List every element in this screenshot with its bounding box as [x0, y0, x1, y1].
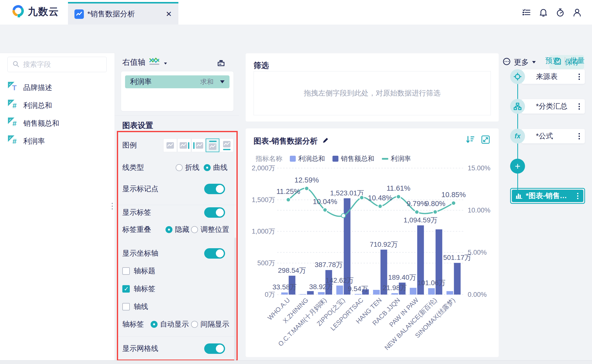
kebab-menu-icon[interactable]	[579, 133, 580, 139]
chart-card: 图表-销售数据分析 指标名称 利润总和	[246, 128, 499, 357]
checkbox-checked-icon[interactable]	[122, 285, 130, 293]
line-point[interactable]	[415, 210, 419, 214]
expand-icon[interactable]	[481, 135, 490, 145]
batch-link[interactable]: 批量	[570, 56, 585, 66]
line-point[interactable]	[452, 201, 456, 205]
target-icon[interactable]	[510, 69, 525, 84]
search-icon	[12, 60, 20, 69]
line-point[interactable]	[378, 204, 382, 208]
checkbox-unchecked-icon[interactable]	[122, 267, 130, 275]
bar-sales[interactable]	[307, 291, 314, 295]
show-marker-toggle-on[interactable]	[204, 184, 225, 194]
legend-bottom-button[interactable]	[220, 139, 233, 152]
node-chart-selected[interactable]: *图表-销售…	[510, 188, 585, 204]
tab-sales-analysis[interactable]: *销售数据分析 ✕	[68, 2, 178, 25]
bar-profit[interactable]	[336, 286, 343, 295]
line-point[interactable]	[360, 196, 364, 200]
brand[interactable]: 九数云	[11, 4, 59, 18]
bar-sales[interactable]	[454, 263, 461, 295]
right-axis-header[interactable]: 右值轴	[122, 57, 168, 68]
radio-icon[interactable]	[191, 226, 198, 233]
line-point[interactable]	[305, 186, 309, 190]
axis-title-option[interactable]: 轴标题	[122, 266, 155, 276]
preview-link[interactable]: 预览	[545, 56, 560, 66]
node-source-table[interactable]: 来源表	[522, 69, 585, 84]
node-group-summary[interactable]: *分类汇总	[522, 99, 585, 114]
right-axis-tick: 15.00%	[468, 164, 491, 172]
rate-label: 10.04%	[313, 198, 337, 206]
field-item-profit-sum[interactable]: # ✓ 利润总和	[0, 97, 115, 114]
sort-icon[interactable]	[465, 135, 475, 145]
bottom-scrollbar-track[interactable]	[0, 360, 592, 364]
legend-item-profit[interactable]: 利润总和	[290, 154, 325, 163]
right-axis-dropzone[interactable]: 利润率 求和	[121, 71, 233, 111]
radio-auto-display[interactable]: 自动显示	[151, 319, 189, 329]
radio-adjust-position[interactable]: 调整位置	[191, 225, 229, 235]
clear-axis-icon[interactable]	[216, 58, 226, 68]
bar-profit[interactable]	[355, 294, 362, 295]
line-point[interactable]	[286, 198, 291, 202]
history-clock-icon[interactable]	[556, 8, 565, 17]
field-item-brand[interactable]: T ✓ 品牌描述	[0, 79, 115, 96]
bar-profit[interactable]	[447, 291, 453, 295]
bar-profit[interactable]	[428, 288, 435, 295]
bar-profit[interactable]	[318, 292, 325, 295]
radio-checked-icon[interactable]	[204, 164, 211, 171]
radio-checked-icon[interactable]	[151, 321, 158, 328]
radio-icon[interactable]	[176, 164, 183, 171]
field-item-profit-rate[interactable]: # ✓ 利润率	[0, 133, 115, 150]
filter-dropzone[interactable]: 拖拽左侧字段到此处，对原始数据进行筛选	[254, 71, 491, 115]
tab-close-icon[interactable]: ✕	[166, 10, 172, 18]
kebab-menu-icon[interactable]	[579, 103, 580, 110]
bar-label: 387.78万	[315, 261, 343, 269]
axis-field-pill[interactable]: 利润率 求和	[125, 75, 230, 88]
search-input[interactable]	[23, 60, 98, 69]
hierarchy-icon[interactable]	[510, 99, 525, 114]
brand-name: 九数云	[28, 5, 59, 18]
legend-none-button[interactable]	[163, 139, 177, 152]
legend-item-sales[interactable]: 销售额总和	[332, 154, 374, 163]
field-item-sales-sum[interactable]: # ✓ 销售额总和	[0, 115, 115, 132]
edit-pencil-icon[interactable]	[322, 137, 329, 145]
task-list-icon[interactable]	[522, 8, 531, 17]
axis-line-row: 轴线	[115, 300, 239, 314]
pill-caret-icon[interactable]	[220, 80, 225, 83]
radio-polyline[interactable]: 折线	[176, 163, 199, 173]
axis-label-option[interactable]: 轴标签	[122, 284, 155, 294]
legend-top-button-selected[interactable]	[206, 139, 219, 152]
radio-interval-display[interactable]: 间隔显示	[191, 319, 229, 329]
show-axis-toggle-on[interactable]	[204, 248, 225, 259]
bar-profit[interactable]	[300, 294, 306, 295]
show-grid-toggle-on[interactable]	[204, 343, 225, 354]
checkbox-unchecked-icon[interactable]	[122, 303, 130, 310]
radio-curve[interactable]: 曲线	[204, 163, 228, 173]
line-point[interactable]	[433, 210, 437, 214]
line-point[interactable]	[341, 213, 346, 218]
bar-profit[interactable]	[410, 288, 417, 295]
node-formula[interactable]: *公式	[522, 129, 585, 143]
bar-profit[interactable]	[281, 292, 288, 295]
config-scrollbar[interactable]	[234, 238, 236, 361]
legend-item-rate[interactable]: 利润率	[382, 154, 411, 163]
show-label-toggle-on[interactable]	[204, 207, 225, 218]
axis-line-option[interactable]: 轴线	[122, 302, 148, 312]
bar-profit[interactable]	[373, 290, 380, 295]
kebab-menu-icon[interactable]	[579, 74, 580, 80]
radio-checked-icon[interactable]	[165, 226, 172, 233]
panel-collapse-handle[interactable]	[111, 203, 114, 210]
radio-icon[interactable]	[191, 321, 198, 328]
legend-right-button[interactable]	[177, 139, 191, 152]
line-point[interactable]	[323, 208, 327, 212]
bar-profit[interactable]	[392, 293, 398, 295]
field-search[interactable]	[7, 57, 107, 72]
radio-hide[interactable]: 隐藏	[165, 225, 189, 235]
notifications-bell-icon[interactable]	[539, 8, 548, 17]
user-profile-icon[interactable]	[573, 8, 582, 17]
legend-left-button[interactable]	[192, 139, 205, 152]
add-node-button[interactable]: +	[510, 159, 525, 174]
kebab-menu-icon[interactable]	[577, 193, 578, 199]
line-type-label: 线类型	[122, 163, 144, 173]
bar-label: 1,094.59万	[404, 216, 438, 224]
fx-formula-icon[interactable]: fx	[510, 129, 525, 144]
line-point[interactable]	[396, 195, 401, 199]
